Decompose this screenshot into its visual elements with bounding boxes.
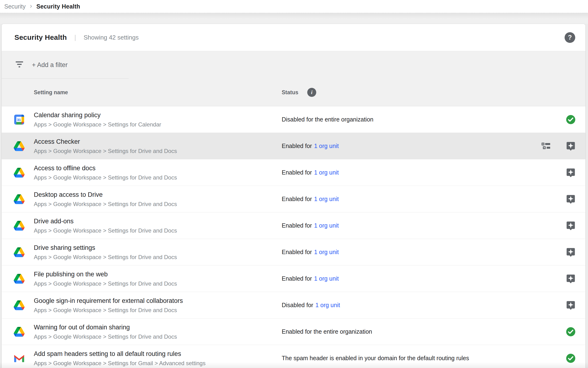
setting-title: File publishing on the web <box>34 271 108 278</box>
setting-title: Google sign-in requirement for external … <box>34 297 183 304</box>
breadcrumb-current-page: Security Health <box>36 3 80 10</box>
org-unit-link[interactable]: 1 org unit <box>314 196 339 202</box>
drive-icon <box>14 247 25 258</box>
drive-icon <box>14 167 25 178</box>
setting-status: Enabled for 1 org unit <box>282 133 339 159</box>
recommendation-badge-icon[interactable] <box>566 300 576 311</box>
status-text: Enabled for <box>282 222 312 229</box>
settings-list: 31 Calendar sharing policy Apps > Google… <box>2 106 585 368</box>
status-text: Enabled for <box>282 249 312 256</box>
drive-icon <box>14 326 25 337</box>
drive-icon <box>14 194 25 205</box>
setting-row[interactable]: Access Checker Apps > Google Workspace >… <box>2 133 585 159</box>
setting-status: Enabled for 1 org unit <box>282 239 339 265</box>
chevron-right-icon: › <box>30 3 32 10</box>
calendar-icon: 31 <box>14 114 25 125</box>
security-health-card: Security Health | Showing 42 settings ? … <box>1 24 586 368</box>
setting-path: Apps > Google Workspace > Settings for D… <box>34 254 177 260</box>
recommendation-badge-icon[interactable] <box>566 221 576 231</box>
org-unit-link[interactable]: 1 org unit <box>314 275 339 282</box>
settings-count-label: Showing 42 settings <box>83 34 139 41</box>
org-unit-link[interactable]: 1 org unit <box>314 249 339 256</box>
org-unit-link[interactable]: 1 org unit <box>315 302 340 309</box>
setting-row[interactable]: Access to offline docs Apps > Google Wor… <box>2 159 585 186</box>
drive-icon <box>14 141 25 152</box>
setting-title: Access Checker <box>34 138 80 145</box>
setting-row[interactable]: 31 Calendar sharing policy Apps > Google… <box>2 106 585 133</box>
setting-row[interactable]: Add spam headers setting to all default … <box>2 345 585 368</box>
setting-path: Apps > Google Workspace > Settings for D… <box>34 174 177 181</box>
setting-row[interactable]: Desktop access to Drive Apps > Google Wo… <box>2 186 585 212</box>
breadcrumb: Security › Security Health <box>0 0 588 13</box>
table-header: Setting name Status i <box>2 79 585 106</box>
recommendation-badge-icon[interactable] <box>566 274 576 284</box>
setting-row[interactable]: Drive add-ons Apps > Google Workspace > … <box>2 212 585 239</box>
filter-bar: + Add a filter <box>2 51 585 79</box>
add-filter-button[interactable]: + Add a filter <box>32 51 68 79</box>
org-units-rules-icon <box>541 141 551 151</box>
status-text: Disabled for <box>282 302 313 309</box>
drive-icon <box>14 300 25 311</box>
status-text: Disabled for the entire organization <box>282 116 373 123</box>
setting-title: Access to offline docs <box>34 165 96 172</box>
org-unit-link[interactable]: 1 org unit <box>314 169 339 176</box>
gmail-icon <box>14 353 25 364</box>
setting-path: Apps > Google Workspace > Settings for D… <box>34 201 177 207</box>
org-unit-link[interactable]: 1 org unit <box>314 143 339 149</box>
recommendation-badge-icon[interactable] <box>566 141 576 151</box>
setting-row[interactable]: Google sign-in requirement for external … <box>2 292 585 319</box>
title-separator: | <box>74 34 76 41</box>
setting-path: Apps > Google Workspace > Settings for D… <box>34 280 177 287</box>
setting-path: Apps > Google Workspace > Settings for D… <box>34 227 177 234</box>
setting-row[interactable]: Drive sharing settings Apps > Google Wor… <box>2 239 585 266</box>
setting-path: Apps > Google Workspace > Settings for D… <box>34 333 177 340</box>
org-unit-link[interactable]: 1 org unit <box>314 222 339 229</box>
setting-status: Disabled for the entire organization <box>282 106 373 133</box>
setting-status: The spam header is enabled in your domai… <box>282 345 469 368</box>
svg-text:31: 31 <box>17 118 21 122</box>
setting-status: Disabled for 1 org unit <box>282 292 340 318</box>
status-text: Enabled for <box>282 169 312 176</box>
status-text: Enabled for <box>282 196 312 202</box>
setting-row[interactable]: File publishing on the web Apps > Google… <box>2 266 585 292</box>
setting-status: Enabled for 1 org unit <box>282 159 339 186</box>
recommendation-badge-icon[interactable] <box>566 167 576 178</box>
setting-title: Warning for out of domain sharing <box>34 324 130 331</box>
status-text: Enabled for the entire organization <box>282 328 372 335</box>
card-header: Security Health | Showing 42 settings ? <box>2 24 585 51</box>
filter-list-icon <box>14 60 24 70</box>
recommendation-badge-icon[interactable] <box>566 247 576 258</box>
recommendation-badge-icon[interactable] <box>566 194 576 204</box>
setting-path: Apps > Google Workspace > Settings for D… <box>34 307 177 313</box>
setting-path: Apps > Google Workspace > Settings for C… <box>34 121 161 128</box>
setting-title: Drive sharing settings <box>34 244 95 251</box>
setting-status: Enabled for 1 org unit <box>282 266 339 292</box>
page-title: Security Health <box>14 33 67 41</box>
status-text: Enabled for <box>282 275 312 282</box>
setting-title: Drive add-ons <box>34 218 74 225</box>
column-header-setting-name: Setting name <box>34 89 68 96</box>
setting-path: Apps > Google Workspace > Settings for G… <box>34 360 206 367</box>
setting-title: Add spam headers setting to all default … <box>34 350 181 358</box>
status-text: The spam header is enabled in your domai… <box>282 355 469 362</box>
column-header-status: Status <box>282 89 298 96</box>
setting-status: Enabled for 1 org unit <box>282 212 339 239</box>
setting-row[interactable]: Warning for out of domain sharing Apps >… <box>2 319 585 345</box>
status-ok-icon <box>566 353 576 364</box>
help-icon[interactable]: ? <box>565 32 575 43</box>
status-ok-icon <box>566 327 576 337</box>
setting-path: Apps > Google Workspace > Settings for D… <box>34 148 177 154</box>
setting-status: Enabled for 1 org unit <box>282 186 339 212</box>
breadcrumb-link-security[interactable]: Security <box>4 3 26 10</box>
page-gap-band <box>0 13 588 24</box>
drive-icon <box>14 273 25 284</box>
setting-title: Calendar sharing policy <box>34 111 101 119</box>
drive-icon <box>14 220 25 231</box>
status-text: Enabled for <box>282 143 312 149</box>
status-info-icon[interactable]: i <box>307 88 316 97</box>
setting-title: Desktop access to Drive <box>34 191 103 198</box>
status-ok-icon <box>566 114 576 125</box>
setting-status: Enabled for the entire organization <box>282 319 372 345</box>
